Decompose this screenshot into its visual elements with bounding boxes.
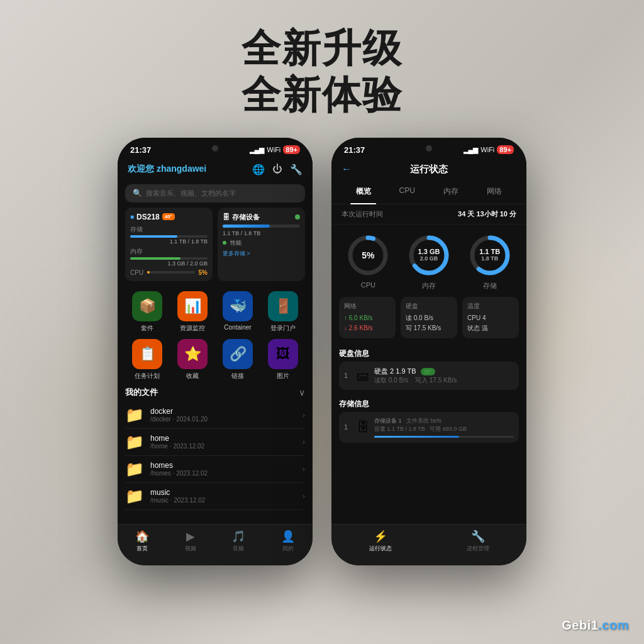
username: zhangdawei [157,164,206,174]
storage-device-card: 🗄 存储设备 1.1 TB / 1.8 TB 性能 更多存储 > [218,208,305,281]
files-header: 我的文件 ∨ [125,387,305,398]
app-item-6[interactable]: 🔗 链接 [218,339,257,380]
stats-grid: 网络 ↑ 6.0 KB/s ↓ 2.6 KB/s 硬盘 读 0.0 B/s 写 … [331,297,526,345]
storage-label: 存储 [483,281,497,291]
right-status-icons: ▂▄▆ WiFi 89+ [464,145,514,154]
ds-temp-badge: 40° [162,213,175,220]
welcome-header: 欢迎您 zhangdawei 🌐 ⏻ 🔧 [118,158,313,179]
welcome-text: 欢迎您 zhangdawei [128,164,206,175]
app-item-1[interactable]: 📊 资源监控 [173,291,212,333]
tab-profile[interactable]: 👤 我的 [281,530,295,553]
right-time: 21:37 [344,145,365,155]
memory-donut: 1.3 GB 2.0 GB 内存 [407,233,451,291]
uptime-label: 本次运行时间 [341,209,383,219]
headline: 全新升级 全新体验 [0,0,644,119]
disk-info-card: 1 🖴 硬盘 2 1.9 TB 30° 读取 0.0 B/s 写入 17.5 K… [339,362,519,390]
tab-memory[interactable]: 内存 [429,183,473,200]
disk-temp-badge: 30° [421,368,436,375]
folder-icon-0: 📁 [125,406,144,424]
storage-section-title: 存储信息 [331,395,526,412]
hdd-icon: 🖴 [357,369,369,383]
right-page-title: 运行状态 [410,164,448,175]
left-time: 21:37 [130,145,151,155]
right-phone: 21:37 ▂▄▆ WiFi 89+ ← 运行状态 概览 CPU 内存 网络 [331,138,526,565]
right-page-header: ← 运行状态 [331,158,526,179]
ds-name: DS218 [136,213,160,221]
disk-read: 读 0.0 B/s [406,313,452,323]
folder-icon-3: 📁 [125,487,144,505]
tab-audio[interactable]: 🎵 音频 [231,530,245,553]
disk-write: 写 17.5 KB/s [406,323,452,333]
left-bottom-tabs: 🏠 首页 ▶ 视频 🎵 音频 👤 我的 [118,524,313,565]
right-phone-screen: 21:37 ▂▄▆ WiFi 89+ ← 运行状态 概览 CPU 内存 网络 [331,138,526,565]
phones-container: 21:37 ▂▄▆ WiFi 89+ 欢迎您 zhangdawei 🌐 ⏻ 🔧 [0,138,644,565]
power-icon[interactable]: ⏻ [272,164,282,175]
file-item-3[interactable]: 📁 music /music · 2023.12.02 › [125,483,305,510]
file-item-0[interactable]: 📁 docker /docker · 2024.01.20 › [125,402,305,429]
storage-donut: 1.1 TB 1.8 TB 存储 [468,233,512,291]
file-chevron-1: › [303,438,305,447]
headline-line1: 全新升级 [242,26,402,70]
tab-network[interactable]: 网络 [473,183,517,200]
disk-num: 1 [344,372,352,379]
search-icon: 🔍 [133,189,142,197]
app-item-4[interactable]: 📋 任务计划 [128,339,167,380]
app-item-3[interactable]: 🚪 登录门户 [264,291,303,333]
left-notification-badge: 89+ [283,145,300,154]
temp-cpu: CPU 4 [467,313,514,323]
disk-section-title: 硬盘信息 [331,345,526,362]
app-item-5[interactable]: ⭐ 收藏 [173,339,212,380]
tab-home[interactable]: 🏠 首页 [135,530,149,553]
app-item-0[interactable]: 📦 套件 [128,291,167,333]
audio-icon: 🎵 [231,530,245,543]
home-icon: 🏠 [135,530,149,543]
folder-icon-2: 📁 [125,460,144,478]
app-item-7[interactable]: 🖼 图片 [264,339,303,380]
left-status-icons: ▂▄▆ WiFi 89+ [250,145,300,154]
cpu-percent-donut: 5% [362,250,374,260]
disk-stat-card: 硬盘 读 0.0 B/s 写 17.5 KB/s [401,297,457,338]
more-storage-link[interactable]: 更多存储 > [223,250,300,258]
storage-device-icon: 🗄 [357,420,369,435]
uptime-value: 34 天 13小时 10 分 [458,209,516,219]
left-phone: 21:37 ▂▄▆ WiFi 89+ 欢迎您 zhangdawei 🌐 ⏻ 🔧 [118,138,313,565]
donut-section: 5% CPU 1.3 GB [331,225,526,297]
storage-info-card: 1 🗄 存储设备 1 文件系统 btrfs 容量 1.1 TB / 1.8 TB… [339,412,519,443]
search-bar[interactable]: 🔍 搜索音乐、视频、文档的名字 [125,184,305,203]
storage-val: 1.1 TB [479,248,500,255]
files-chevron-icon[interactable]: ∨ [299,387,305,397]
network-down: ↓ 2.6 KB/s [344,323,391,333]
perf-row: 性能 [223,239,300,247]
tab-runtime[interactable]: ⚡ 运行状态 [369,530,392,553]
runtime-icon: ⚡ [374,530,387,543]
watermark-domain: .com [598,618,629,632]
cpu-percent: 5% [199,269,208,276]
ds-title: ■ DS218 40° [130,213,208,221]
video-icon: ▶ [186,530,195,543]
right-bottom-tabs: ⚡ 运行状态 🔧 进程管理 [331,524,526,565]
settings-icon[interactable]: 🔧 [290,164,303,175]
uptime-row: 本次运行时间 34 天 13小时 10 分 [331,204,526,225]
storage-row: 存储 1.1 TB / 1.8 TB [130,225,208,245]
right-tab-bar: 概览 CPU 内存 网络 [331,179,526,204]
folder-icon-1: 📁 [125,433,144,451]
tab-overview[interactable]: 概览 [341,183,386,200]
memory-val: 1.3 GB [418,248,440,255]
tab-cpu[interactable]: CPU [386,183,430,200]
file-chevron-3: › [303,492,305,501]
globe-icon[interactable]: 🌐 [252,164,265,175]
temp-status: 状态 温 [467,323,514,333]
storage-num: 1 [344,423,352,431]
file-item-1[interactable]: 📁 home /home · 2023.12.02 › [125,429,305,456]
back-arrow-icon[interactable]: ← [341,164,352,175]
cpu-label: CPU [361,281,375,289]
tab-video[interactable]: ▶ 视频 [185,530,196,553]
right-camera-dot [426,145,432,152]
tab-process[interactable]: 🔧 进程管理 [467,530,489,553]
network-stat-card: 网络 ↑ 6.0 KB/s ↓ 2.6 KB/s [339,297,396,338]
app-grid: 📦 套件 📊 资源监控 🐳 Container 🚪 登录门户 📋 [118,285,313,387]
memory-total: 2.0 GB [418,255,440,263]
file-item-2[interactable]: 📁 homes /homes · 2023.12.02 › [125,456,305,483]
file-chevron-0: › [303,411,305,419]
app-item-2[interactable]: 🐳 Container [218,291,257,333]
